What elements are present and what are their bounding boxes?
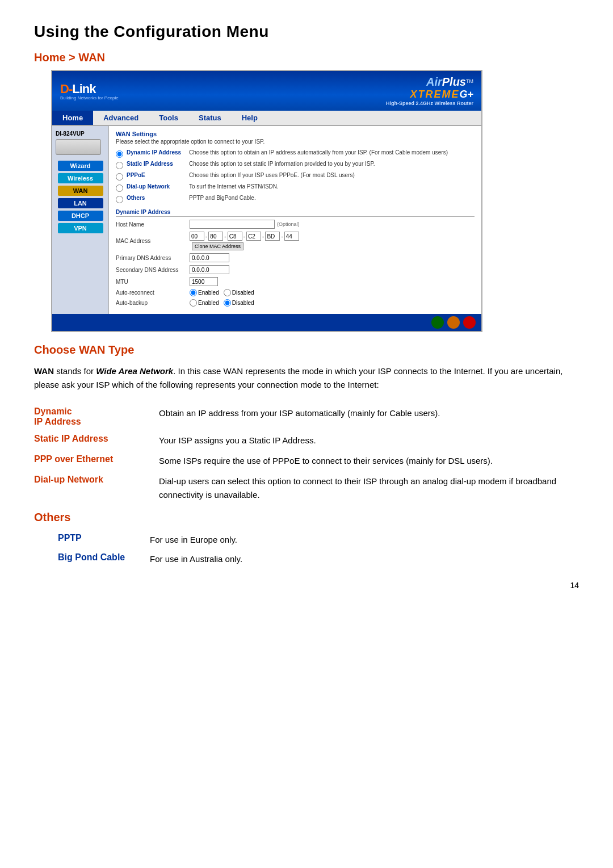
mac-field-4[interactable] (246, 232, 261, 241)
sidebar-wan[interactable]: WAN (58, 186, 103, 196)
field-primary-dns-label: Primary DNS Address (116, 255, 190, 261)
radio-dialup[interactable] (116, 184, 123, 192)
option-static-ip: Static IP Address Choose this option to … (116, 161, 475, 169)
field-hostname-label: Host Name (116, 221, 190, 228)
section2-heading: Choose WAN Type (34, 343, 579, 357)
sub-def-term-bigpond: Big Pond Cable (58, 550, 149, 568)
router-main: WAN Settings Please select the appropria… (109, 126, 481, 314)
airplus-logo: AirPlusTM XTREMEG+ High-Speed 2.4GHz Wir… (386, 76, 473, 106)
field-primary-dns: Primary DNS Address (116, 253, 475, 262)
auto-reconnect-enabled[interactable]: Enabled (190, 289, 219, 296)
field-mtu: MTU (116, 277, 475, 286)
dynamic-ip-section-title: Dynamic IP Address (116, 209, 475, 217)
option-pppoe: PPPoE Choose this option If your ISP use… (116, 172, 475, 181)
nav-home[interactable]: Home (52, 111, 93, 125)
auto-backup-enabled[interactable]: Enabled (190, 299, 219, 307)
secondary-dns-input[interactable] (190, 265, 229, 274)
field-secondary-dns-label: Secondary DNS Address (116, 267, 190, 273)
def-desc-dialup: Dial-up users can select this option to … (159, 471, 579, 505)
router-body: DI-824VUP Wizard Wireless WAN LAN DHCP V… (52, 126, 481, 314)
mac-field-6[interactable] (284, 232, 299, 241)
mac-field-2[interactable] (208, 232, 223, 241)
option-dialup: Dial-up Network To surf the Internet via… (116, 183, 475, 192)
dlink-tagline: Building Networks for People (60, 95, 119, 100)
option-dynamic-ip-label: Dynamic IP Address (127, 149, 189, 156)
footer-icon-orange (447, 316, 460, 329)
field-mac-label: MAC Address (116, 238, 190, 244)
airplus-text: AirPlusTM (386, 76, 473, 89)
sub-def-desc-bigpond: For use in Australia only. (150, 550, 601, 568)
dlink-logo-text: D-Link (60, 82, 95, 97)
hostname-optional: (Optional) (277, 221, 300, 227)
footer-icon-green (431, 316, 444, 329)
page-number: 14 (34, 581, 579, 590)
field-auto-reconnect-label: Auto-reconnect (116, 290, 190, 296)
option-pppoe-desc: Choose this option If your ISP uses PPPo… (189, 172, 475, 178)
option-static-ip-desc: Choose this option to set static IP info… (189, 161, 475, 167)
radio-dynamic-ip[interactable] (116, 150, 123, 158)
mtu-input[interactable] (190, 277, 218, 286)
radio-others[interactable] (116, 196, 123, 203)
sidebar-wizard[interactable]: Wizard (58, 161, 103, 171)
mac-field-5[interactable] (265, 232, 280, 241)
sub-def-row-pptp: PPTP For use in Europe only. (58, 531, 601, 549)
field-auto-reconnect: Auto-reconnect Enabled Disabled (116, 289, 475, 296)
option-dialup-label: Dial-up Network (127, 183, 189, 190)
wan-settings-desc: Please select the appropriate option to … (116, 139, 475, 145)
section2-body: WAN stands for Wide Area Network. In thi… (34, 364, 579, 392)
sidebar-wireless[interactable]: Wireless (58, 173, 103, 183)
mac-field-3[interactable] (228, 232, 242, 241)
sub-definitions-table: PPTP For use in Europe only. Big Pond Ca… (57, 530, 602, 569)
section1-heading: Home > WAN (34, 51, 579, 64)
sub-def-term-pptp: PPTP (58, 531, 149, 549)
mac-fields: - - - - - Clone MAC Address (190, 232, 299, 250)
def-term-pppoe: PPP over Ethernet (34, 451, 159, 471)
others-heading: Others (34, 511, 579, 524)
def-term-dynamic: DynamicIP Address (34, 403, 159, 430)
field-mtu-label: MTU (116, 279, 190, 285)
page-title: Using the Configuration Menu (34, 23, 579, 41)
dlink-logo: D-Link Building Networks for People (60, 82, 119, 100)
def-row-dialup: Dial-up Network Dial-up users can select… (34, 471, 579, 505)
router-tagline: High-Speed 2.4GHz Wireless Router (386, 100, 473, 106)
sidebar-dhcp[interactable]: DHCP (58, 211, 103, 221)
def-row-dynamic: DynamicIP Address Obtain an IP address f… (34, 403, 579, 430)
radio-backup-enabled[interactable] (190, 299, 197, 307)
option-dialup-desc: To surf the Internet via PSTN/ISDN. (189, 183, 475, 190)
field-auto-backup-label: Auto-backup (116, 300, 190, 306)
primary-dns-input[interactable] (190, 253, 229, 262)
def-term-dialup: Dial-up Network (34, 471, 159, 505)
sub-def-desc-pptp: For use in Europe only. (150, 531, 601, 549)
nav-tools[interactable]: Tools (149, 111, 188, 125)
radio-pppoe[interactable] (116, 173, 123, 181)
wan-settings-title: WAN Settings (116, 131, 475, 137)
sidebar-vpn[interactable]: VPN (58, 223, 103, 233)
sub-def-row-bigpond: Big Pond Cable For use in Australia only… (58, 550, 601, 568)
nav-advanced[interactable]: Advanced (93, 111, 149, 125)
clone-mac-button[interactable]: Clone MAC Address (192, 242, 243, 250)
device-label: DI-824VUP (56, 131, 105, 137)
def-row-pppoe: PPP over Ethernet Some ISPs require the … (34, 451, 579, 471)
radio-backup-disabled[interactable] (224, 299, 231, 307)
def-row-static: Static IP Address Your ISP assigns you a… (34, 430, 579, 451)
radio-static-ip[interactable] (116, 162, 123, 169)
router-footer (52, 314, 481, 331)
router-nav: Home Advanced Tools Status Help (52, 111, 481, 126)
router-sidebar: DI-824VUP Wizard Wireless WAN LAN DHCP V… (52, 126, 109, 314)
def-term-static: Static IP Address (34, 430, 159, 451)
hostname-input[interactable] (190, 220, 275, 229)
nav-help[interactable]: Help (232, 111, 268, 125)
auto-backup-disabled[interactable]: Disabled (224, 299, 254, 307)
option-pppoe-label: PPPoE (127, 172, 189, 178)
field-hostname: Host Name (Optional) (116, 220, 475, 229)
sidebar-lan[interactable]: LAN (58, 198, 103, 208)
radio-reconnect-enabled[interactable] (190, 289, 197, 296)
def-desc-pppoe: Some ISPs require the use of PPPoE to co… (159, 451, 579, 471)
mac-field-1[interactable] (190, 232, 204, 241)
auto-reconnect-disabled[interactable]: Disabled (224, 289, 254, 296)
option-dynamic-ip-desc: Choose this option to obtain an IP addre… (189, 149, 475, 156)
auto-reconnect-options: Enabled Disabled (190, 289, 254, 296)
field-mac: MAC Address - - - - - (116, 232, 475, 250)
radio-reconnect-disabled[interactable] (224, 289, 231, 296)
nav-status[interactable]: Status (188, 111, 232, 125)
